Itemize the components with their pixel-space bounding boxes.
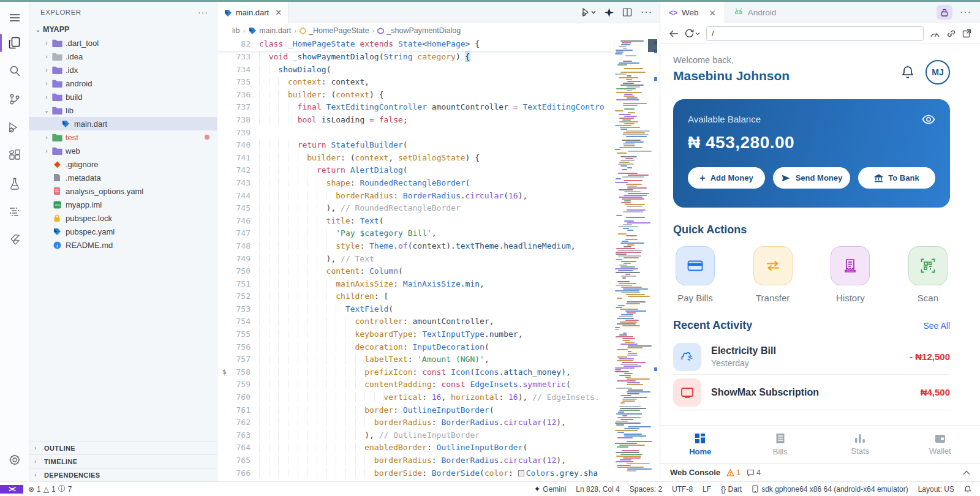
extensions-icon[interactable] (0, 141, 29, 170)
tree-item-lib[interactable]: ⌄lib (29, 103, 217, 117)
flask-icon[interactable] (0, 170, 29, 198)
explorer-more-icon[interactable]: ··· (198, 7, 208, 17)
activity-electricity-bill[interactable]: Electricity BillYesterday - ₦12,500 (673, 339, 950, 375)
code-line-760[interactable]: 760 vertical: 16, horizontal: 16), // Ed… (217, 391, 614, 404)
tree-item--idea[interactable]: ›.idea (29, 50, 217, 63)
link-icon[interactable] (946, 29, 956, 38)
code-line-750[interactable]: 750 content: Column( (217, 265, 614, 278)
breadcrumb-main-dart[interactable]: main.dart (248, 26, 291, 35)
nav-stats[interactable]: Stats (820, 426, 900, 463)
code-line-765[interactable]: 765 borderRadius: BorderRadius.circular(… (217, 454, 614, 467)
tree-item--dart-tool[interactable]: ›.dart_tool (29, 36, 217, 50)
code-line-739[interactable]: 739 (217, 127, 614, 140)
split-editor-icon[interactable] (622, 7, 632, 17)
status-utf-8[interactable]: UTF-8 (667, 485, 698, 494)
debug-icon[interactable] (0, 113, 29, 141)
search-icon[interactable] (0, 57, 29, 85)
gemini-sparkle-icon[interactable] (605, 8, 614, 17)
status-lf[interactable]: LF (698, 485, 716, 494)
quick-action-history[interactable]: History (828, 246, 872, 303)
code-line-747[interactable]: 747 'Pay $category Bill', (217, 227, 614, 240)
breadcrumb--showpaymentdialog[interactable]: _showPaymentDialog (377, 26, 461, 35)
code-line-764[interactable]: 764 enabledBorder: OutlineInputBorder( (217, 442, 614, 454)
files-icon[interactable] (0, 29, 29, 57)
code-line-751[interactable]: 751 mainAxisSize: MainAxisSize.min, (217, 278, 614, 291)
send-money-button[interactable]: Send Money (773, 167, 850, 189)
run-debug-icon[interactable] (581, 7, 596, 17)
code-line-752[interactable]: 752 children: [ (217, 290, 614, 303)
menu-icon[interactable] (0, 7, 29, 29)
code-line-742[interactable]: 742 return AlertDialog( (217, 164, 614, 177)
avatar[interactable]: MJ (925, 60, 950, 85)
code-line-745[interactable]: 745 ), // RoundedRectangleBorder (217, 202, 614, 215)
quick-action-pay-bills[interactable]: Pay Bills (673, 246, 717, 303)
open-external-icon[interactable] (962, 29, 971, 38)
tab-android[interactable]: Android (725, 2, 785, 23)
tab-main-dart[interactable]: main.dart ✕ (217, 2, 288, 23)
flutter-icon[interactable] (0, 226, 29, 254)
tree-item--idx[interactable]: ›.idx (29, 63, 217, 77)
status-ln-828-col-4[interactable]: Ln 828, Col 4 (571, 485, 624, 494)
notification-bell-icon[interactable] (901, 65, 914, 80)
code-line-753[interactable]: 753 TextField( (217, 303, 614, 316)
code-line-738[interactable]: 738 bool isLoading = false; (217, 114, 614, 127)
add-money-button[interactable]: +Add Money (688, 167, 765, 189)
project-root[interactable]: ⌄MYAPP (29, 23, 217, 36)
tree-item-myapp-iml[interactable]: <>myapp.iml (29, 198, 217, 211)
code-line-763[interactable]: 763 ), // OutlineInputBorder (217, 429, 614, 442)
tree-item-pubspec-yaml[interactable]: pubspec.yaml (29, 225, 217, 238)
code-line-755[interactable]: 755 keyboardType: TextInputType.number, (217, 328, 614, 341)
code-line-741[interactable]: 741 builder: (context, setDialogState) { (217, 152, 614, 165)
code-line-757[interactable]: 757 labelText: 'Amount (NGN)', (217, 353, 614, 366)
to-bank-button[interactable]: To Bank (858, 167, 935, 189)
tab-close-icon[interactable]: ✕ (275, 8, 282, 17)
overview-ruler[interactable] (652, 38, 660, 481)
code-line-761[interactable]: 761 border: OutlineInputBorder( (217, 404, 614, 417)
status-dart[interactable]: {} Dart (716, 485, 747, 494)
code-line-740[interactable]: 740 return StatefulBuilder( (217, 139, 614, 152)
tree-item-android[interactable]: ›android (29, 77, 217, 90)
quick-action-scan[interactable]: Scan (906, 246, 950, 303)
nav-bills[interactable]: Bills (741, 426, 821, 463)
back-icon[interactable] (669, 29, 679, 38)
code-line-759[interactable]: 759 contentPadding: const EdgeInsets.sym… (217, 378, 614, 391)
color-swatch[interactable] (518, 470, 524, 476)
status-bell-icon[interactable] (959, 485, 976, 493)
section-dependencies[interactable]: ›DEPENDENCIES (29, 468, 217, 481)
code-line-733[interactable]: 733 void _showPaymentDialog(String categ… (217, 51, 614, 64)
breadcrumb--homepagestate[interactable]: _HomePageState (300, 26, 369, 35)
status-spaces-2[interactable]: Spaces: 2 (625, 485, 667, 494)
settings-gear-icon[interactable] (0, 446, 29, 474)
code-line-744[interactable]: 744 borderRadius: BorderRadius.circular(… (217, 190, 614, 203)
code-editor[interactable]: 82class _HomePageState extends State<Hom… (217, 38, 660, 481)
code-line-766[interactable]: 766 borderSide: BorderSide(color: Colors… (217, 467, 614, 480)
tree-item-web[interactable]: ›web (29, 144, 217, 157)
status-sdk-gphone64-x86-64-android-x64-emulator[interactable]: sdk gphone64 x86 64 (android-x64 emulato… (747, 485, 913, 494)
tree-item-readme-md[interactable]: iREADME.md (29, 238, 217, 252)
logs-icon[interactable] (0, 198, 29, 226)
lock-icon[interactable] (937, 5, 952, 20)
code-line-734[interactable]: 734 showDialog( (217, 64, 614, 77)
code-line-737[interactable]: 737 final TextEditingController amountCo… (217, 101, 614, 114)
status-layout-us[interactable]: Layout: US (913, 485, 959, 494)
breadcrumb-lib[interactable]: lib (232, 26, 240, 35)
tree-item-analysis-options-yaml[interactable]: analysis_options.yaml (29, 184, 217, 198)
tree-item-test[interactable]: ›test (29, 130, 217, 144)
speed-gauge-icon[interactable] (930, 29, 940, 38)
web-console-bar[interactable]: Web Console 1 4 (660, 463, 980, 481)
problems-indicator[interactable]: ⊗1 △1 ⓘ7 (23, 484, 77, 494)
status-gemini[interactable]: ✦Gemini (529, 484, 571, 494)
section-outline[interactable]: ›OUTLINE (29, 441, 217, 454)
tree-item-pubspec-lock[interactable]: pubspec.lock (29, 211, 217, 225)
activity-showmax-subscription[interactable]: ShowMax Subscription ₦4,500 (673, 375, 950, 410)
minimap-slider[interactable] (648, 39, 657, 52)
code-line-756[interactable]: 756 decoration: InputDecoration( (217, 341, 614, 354)
url-input[interactable]: / (706, 26, 924, 41)
tree-item-main-dart[interactable]: main.dart (29, 117, 217, 130)
section-timeline[interactable]: ›TIMELINE (29, 454, 217, 468)
tree-item--gitignore[interactable]: .gitignore (29, 157, 217, 171)
sticky-scroll-line[interactable]: 82class _HomePageState extends State<Hom… (217, 38, 614, 51)
tab-web[interactable]: <> Web ✕ (660, 2, 725, 23)
minimap[interactable] (614, 38, 652, 481)
see-all-link[interactable]: See All (923, 321, 950, 331)
